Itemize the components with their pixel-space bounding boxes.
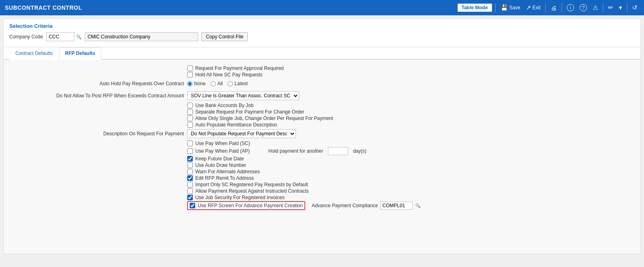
allow-payment-against-instructed-label: Allow Payment Request Against Instructed… xyxy=(195,188,309,194)
cb-row-13: Import Only SC Registered Pay Requests b… xyxy=(9,182,635,187)
tab-rfp-defaults[interactable]: RFP Defaults xyxy=(59,47,101,60)
pay-when-paid-ap-checkbox[interactable] xyxy=(187,148,193,154)
edit-rfp-remit-checkbox[interactable] xyxy=(187,175,193,181)
pay-when-paid-ap-label: Use Pay When Paid (AP) xyxy=(195,148,250,154)
separate-request-checkbox[interactable] xyxy=(187,109,193,115)
cb-row-9: Keep Future Due Date xyxy=(9,156,635,162)
cb-row-8: Use Pay When Paid (AP) Hold payment for … xyxy=(9,147,635,155)
use-job-security-checkbox[interactable] xyxy=(187,195,193,200)
keep-future-due-date-label: Keep Future Due Date xyxy=(195,156,244,162)
save-button[interactable]: 💾 Save xyxy=(499,3,522,12)
refresh-icon: ↺ xyxy=(632,4,638,11)
auto-hold-radio-group: None All Latest xyxy=(187,81,248,86)
info-button[interactable]: i xyxy=(565,3,576,12)
request-payment-approval-checkbox[interactable] xyxy=(187,65,193,71)
save-label: Save xyxy=(509,5,520,11)
use-bank-accounts-checkbox[interactable] xyxy=(187,103,193,108)
edit-rfp-remit-label: Edit RFP Remit To Address xyxy=(195,175,254,181)
description-label: Description On Request For Payment xyxy=(62,131,187,137)
header-actions: Table Mode 💾 Save ↗ Exit 🖨 i ? ⚠ ✏ ▾ xyxy=(458,3,640,12)
description-row: Description On Request For Payment Do No… xyxy=(9,128,635,139)
hold-payment-label: Hold payment for another xyxy=(268,148,323,154)
use-auto-draw-number-label: Use Auto Draw Number xyxy=(195,162,246,168)
cb-row-10: Use Auto Draw Number xyxy=(9,162,635,168)
use-bank-accounts-label: Use Bank Accounts By Job xyxy=(195,103,253,108)
cb-row-2: Hold All New SC Pay Requests xyxy=(9,72,635,78)
company-code-input[interactable] xyxy=(46,32,74,41)
warn-alternate-addresses-label: Warn For Alternate Addresses xyxy=(195,169,260,174)
copy-control-file-button[interactable]: Copy Control File xyxy=(201,32,248,41)
chevron-down-icon: ▾ xyxy=(619,4,622,11)
cb-row-11: Warn For Alternate Addresses xyxy=(9,169,635,174)
do-not-allow-row: Do Not Allow To Post RFP When Exceeds Co… xyxy=(9,90,635,101)
hold-all-new-sc-checkbox[interactable] xyxy=(187,72,193,78)
rfp-defaults-form: Request For Payment Approval Required Ho… xyxy=(4,60,640,254)
edit-button[interactable]: ✏ xyxy=(606,3,615,12)
cb-row-6: Auto Populate Remittance Description xyxy=(9,122,635,128)
radio-none-label: None xyxy=(194,81,206,86)
cb-row-4: Separate Request For Payment For Change … xyxy=(9,109,635,115)
cb-row-12: Edit RFP Remit To Address xyxy=(9,175,635,181)
app-title: SUBCONTRACT CONTROL xyxy=(5,4,82,11)
help-button[interactable]: ? xyxy=(578,3,589,12)
allow-single-job-checkbox[interactable] xyxy=(187,116,193,121)
tab-contract-defaults[interactable]: Contract Defaults xyxy=(9,47,59,60)
main-content: Selection Criteria Company Code 🔍 Copy C… xyxy=(3,19,641,254)
description-select[interactable]: Do Not Populate Request For Payment Desc xyxy=(187,129,296,138)
do-not-allow-select[interactable]: SOV Line Is Greater Than Assoc. Contract… xyxy=(187,91,299,100)
use-job-security-label: Use Job Security For Registered Invoices xyxy=(195,195,285,200)
import-sc-registered-checkbox[interactable] xyxy=(187,182,193,187)
dropdown-button[interactable]: ▾ xyxy=(617,3,624,12)
save-icon: 💾 xyxy=(500,4,508,11)
radio-all: All xyxy=(211,81,223,86)
allow-payment-against-instructed-checkbox[interactable] xyxy=(187,188,193,194)
keep-future-due-date-checkbox[interactable] xyxy=(187,156,193,162)
days-input[interactable] xyxy=(328,147,348,155)
print-button[interactable]: 🖨 xyxy=(549,4,558,12)
auto-populate-remittance-label: Auto Populate Remittance Description xyxy=(195,122,277,128)
info-icon: i xyxy=(567,4,574,11)
radio-latest-input[interactable] xyxy=(228,81,233,86)
warn-alternate-addresses-checkbox[interactable] xyxy=(187,169,193,174)
cb-row-7: Use Pay When Paid (SC) xyxy=(9,141,635,146)
refresh-button[interactable]: ↺ xyxy=(631,3,639,12)
cb-row-1: Request For Payment Approval Required xyxy=(9,65,635,71)
selection-criteria-title: Selection Criteria xyxy=(9,23,635,29)
separate-request-label: Separate Request For Payment For Change … xyxy=(195,109,304,115)
header-divider-1 xyxy=(495,3,496,12)
radio-all-label: All xyxy=(217,81,223,86)
criteria-row: Company Code 🔍 Copy Control File xyxy=(9,32,635,41)
advance-payment-highlight: Use RFP Screen For Advance Payment Creat… xyxy=(187,201,305,210)
header-divider-2 xyxy=(545,3,546,12)
table-mode-button[interactable]: Table Mode xyxy=(458,4,492,12)
selection-criteria-section: Selection Criteria Company Code 🔍 Copy C… xyxy=(4,19,640,47)
days-label: day(s) xyxy=(353,148,366,154)
app-header: SUBCONTRACT CONTROL Table Mode 💾 Save ↗ … xyxy=(0,0,644,15)
do-not-allow-label: Do Not Allow To Post RFP When Exceeds Co… xyxy=(42,93,187,99)
auto-populate-remittance-checkbox[interactable] xyxy=(187,122,193,128)
radio-latest: Latest xyxy=(228,81,248,86)
exit-icon: ↗ xyxy=(526,4,531,11)
cb-row-16: Use RFP Screen For Advance Payment Creat… xyxy=(9,201,635,210)
compliance-search-icon[interactable]: 🔍 xyxy=(415,203,421,208)
company-code-search-icon[interactable]: 🔍 xyxy=(76,34,82,40)
tabs-bar: Contract Defaults RFP Defaults xyxy=(4,47,640,60)
exit-label: Exit xyxy=(532,5,541,11)
request-payment-approval-label: Request For Payment Approval Required xyxy=(195,65,284,71)
advance-compliance-input[interactable] xyxy=(380,202,413,210)
warning-button[interactable]: ⚠ xyxy=(591,3,600,12)
allow-single-job-label: Allow Only Single Job, Change Order Per … xyxy=(195,116,333,121)
pay-when-paid-sc-checkbox[interactable] xyxy=(187,141,193,146)
exit-button[interactable]: ↗ Exit xyxy=(524,3,542,12)
cb-row-5: Allow Only Single Job, Change Order Per … xyxy=(9,116,635,121)
use-rfp-screen-advance-checkbox[interactable] xyxy=(190,203,195,208)
hold-all-new-sc-label: Hold All New SC Pay Requests xyxy=(195,72,262,78)
auto-hold-row: Auto Hold Pay Requests Over Contract Non… xyxy=(9,78,635,89)
advance-compliance-group: Advance Payment Compliance 🔍 xyxy=(312,202,421,210)
use-auto-draw-number-checkbox[interactable] xyxy=(187,162,193,168)
cb-row-14: Allow Payment Request Against Instructed… xyxy=(9,188,635,194)
radio-none-input[interactable] xyxy=(187,81,192,86)
help-icon: ? xyxy=(580,4,587,11)
radio-all-input[interactable] xyxy=(211,81,216,86)
company-name-input[interactable] xyxy=(85,32,198,41)
